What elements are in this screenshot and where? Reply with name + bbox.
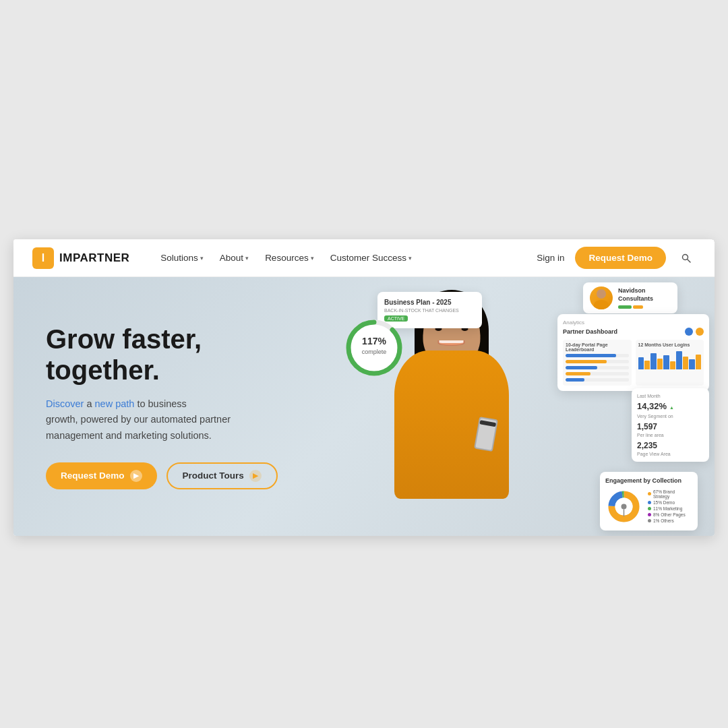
progress-circle: 117% complete xyxy=(344,317,404,378)
legend-label-3: 11% Marketing xyxy=(653,506,682,511)
hero-subtitle: Discover a new path to businessgrowth, p… xyxy=(46,396,278,444)
hbar-fill-3 xyxy=(566,366,597,369)
solutions-label: Solutions xyxy=(160,253,198,263)
hero-content: Grow faster, together. Discover a new pa… xyxy=(13,303,310,510)
hero-subtitle-highlight2: new path xyxy=(95,398,135,409)
avatar xyxy=(590,286,613,309)
svg-point-13 xyxy=(621,504,627,510)
stat1-desc: Very Segment on xyxy=(637,414,704,419)
stats-row-2: 1,597 xyxy=(637,422,704,431)
hbar-row-2 xyxy=(566,360,629,363)
bar-2 xyxy=(644,361,650,370)
bar-8 xyxy=(683,357,688,370)
engagement-card: Engagement by Collection xyxy=(600,472,698,530)
search-icon[interactable] xyxy=(677,249,696,268)
nav-resources[interactable]: Resources ▾ xyxy=(258,249,321,267)
product-tours-label: Product Tours xyxy=(183,471,244,481)
customer-success-label: Customer Success xyxy=(330,253,406,263)
last-month-label: Last Month xyxy=(637,394,704,398)
hbar-row-3 xyxy=(566,366,629,369)
charts-row: 10-day Portal Page Leaderboard xyxy=(563,340,704,386)
logo-area[interactable]: I IMPARTNER xyxy=(32,247,129,269)
sign-in-button[interactable]: Sign in xyxy=(537,253,564,263)
card-icons xyxy=(685,328,704,336)
product-tours-button[interactable]: Product Tours ▶ xyxy=(166,462,278,489)
donut-chart xyxy=(605,488,642,525)
legend-item-3: 11% Marketing xyxy=(648,506,692,511)
legend-item-1: 67% Brand Strategy xyxy=(648,489,692,499)
stat2-desc: Per line area xyxy=(637,433,704,437)
circle-progress-container: 117% complete xyxy=(344,317,404,378)
hbar-track-3 xyxy=(566,366,629,369)
legend-label-2: 15% Demo xyxy=(653,500,675,505)
hbar-track-1 xyxy=(566,354,629,357)
nav-customer-success[interactable]: Customer Success ▾ xyxy=(324,249,419,267)
resources-chevron: ▾ xyxy=(311,255,314,262)
logo-icon: I xyxy=(32,247,54,269)
browser-window: I IMPARTNER Solutions ▾ About ▾ Resource… xyxy=(13,239,715,536)
hbar-row-5 xyxy=(566,378,629,382)
bar-6 xyxy=(670,361,675,369)
hbar-track-2 xyxy=(566,360,629,363)
hbar-track-5 xyxy=(566,378,629,382)
profile-name: NavidsonConsultants xyxy=(618,287,653,303)
hbar-track-4 xyxy=(566,372,629,375)
stat3-desc: Page View Area xyxy=(637,452,704,456)
navbar-request-demo-button[interactable]: Request Demo xyxy=(575,247,666,269)
bar-5 xyxy=(663,355,669,369)
hero-title-line1: Grow faster, xyxy=(46,324,202,354)
nav-about[interactable]: About ▾ xyxy=(213,249,255,267)
business-plan-title: Business Plan - 2025 xyxy=(384,299,475,306)
hbar-fill-5 xyxy=(566,378,584,382)
page-wrapper: I IMPARTNER Solutions ▾ About ▾ Resource… xyxy=(0,0,728,728)
bar-7 xyxy=(676,351,681,369)
stat1-value: 14,32% xyxy=(637,401,667,411)
stats-card: Last Month 14,32% ▲ Very Segment on 1,59… xyxy=(632,388,709,462)
legend-item-4: 8% Other Pages xyxy=(648,512,692,517)
svg-text:117%: 117% xyxy=(362,336,386,346)
card-icon-blue xyxy=(685,328,693,336)
nav-links: Solutions ▾ About ▾ Resources ▾ Customer… xyxy=(154,249,537,267)
profile-card: NavidsonConsultants xyxy=(583,282,677,313)
logins-chart: 12 Months User Logins xyxy=(636,340,704,386)
bar-9 xyxy=(689,359,694,369)
hbar-fill-2 xyxy=(566,360,607,363)
hbar-row-1 xyxy=(566,354,629,357)
legend-item-5: 1% Others xyxy=(648,518,692,523)
stats-row-3: 2,235 xyxy=(637,441,704,450)
engagement-content: 67% Brand Strategy 15% Demo 11% Marketin… xyxy=(605,488,692,525)
customer-success-chevron: ▾ xyxy=(408,255,412,262)
nav-right: Sign in Request Demo xyxy=(537,247,696,269)
product-tours-icon: ▶ xyxy=(249,470,262,482)
navbar: I IMPARTNER Solutions ▾ About ▾ Resource… xyxy=(13,239,715,277)
hbar-row-4 xyxy=(566,372,629,375)
about-chevron: ▾ xyxy=(245,255,249,262)
legend-item-2: 15% Demo xyxy=(648,500,692,505)
bar-4 xyxy=(657,359,663,370)
analytics-label: Analytics xyxy=(563,320,704,326)
svg-line-1 xyxy=(688,259,691,262)
logins-title: 12 Months User Logins xyxy=(638,342,702,347)
stat1-change: ▲ xyxy=(669,405,674,410)
hero-title: Grow faster, together. xyxy=(46,324,278,386)
bar-10 xyxy=(696,355,701,370)
hero-buttons: Request Demo ▶ Product Tours ▶ xyxy=(46,462,278,489)
bar-1 xyxy=(638,357,644,369)
legend-label-5: 1% Others xyxy=(653,518,674,523)
request-demo-label: Request Demo xyxy=(61,471,125,481)
card-header: Partner Dashboard xyxy=(563,328,704,336)
hero-subtitle-highlight1: Discover xyxy=(46,398,84,409)
request-demo-icon: ▶ xyxy=(130,470,142,482)
hbar-fill-4 xyxy=(566,372,590,375)
hbar-fill-1 xyxy=(566,354,616,357)
hero-subtitle-text1: a xyxy=(86,398,94,409)
nav-solutions[interactable]: Solutions ▾ xyxy=(154,249,210,267)
leaderboard-title: 10-day Portal Page Leaderboard xyxy=(566,342,629,352)
svg-text:complete: complete xyxy=(362,348,387,355)
partner-dashboard-card: Analytics Partner Dashboard 10-day Porta… xyxy=(557,314,709,391)
leaderboard-bars xyxy=(566,354,629,383)
hero-section: Grow faster, together. Discover a new pa… xyxy=(13,277,715,536)
hero-request-demo-button[interactable]: Request Demo ▶ xyxy=(46,462,157,489)
stats-row-1: 14,32% ▲ xyxy=(637,401,704,411)
card-icon-orange xyxy=(696,328,704,336)
